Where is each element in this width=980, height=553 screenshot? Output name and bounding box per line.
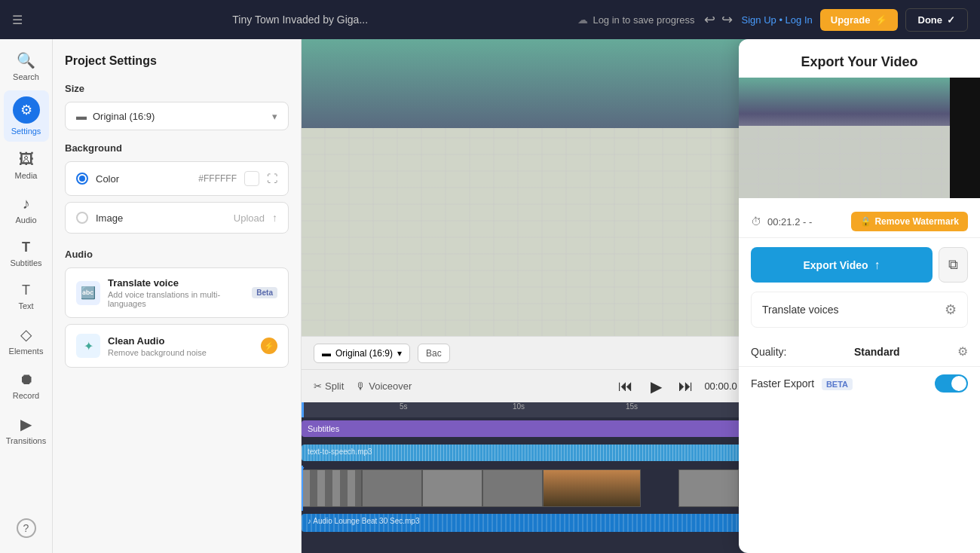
lightning-icon: ⚡ xyxy=(875,14,887,26)
current-time: 00:00.0 xyxy=(704,380,737,392)
audio-icon: ♪ xyxy=(23,195,30,212)
ruler-15s-label: 15s xyxy=(626,402,638,411)
beta-badge: Beta xyxy=(252,287,277,298)
color-label: Color xyxy=(96,173,191,185)
background-toolbar-label[interactable]: Bac xyxy=(418,344,450,363)
playhead xyxy=(302,466,303,511)
sidebar-record-label: Record xyxy=(13,391,39,400)
main-area: 🔍 Search ⚙ Settings 🖼 Media ♪ Audio T Su… xyxy=(0,39,980,553)
clean-audio-item[interactable]: ✦ Clean Audio Remove background noise ⚡ xyxy=(65,324,289,368)
signup-login-link[interactable]: Sign Up • Log In xyxy=(742,14,813,26)
clean-audio-upgrade-icon[interactable]: ⚡ xyxy=(261,338,277,354)
translate-voices-icon: ⚙ xyxy=(945,301,957,318)
color-radio[interactable] xyxy=(76,173,88,185)
sidebar-item-settings[interactable]: ⚙ Settings xyxy=(4,90,49,142)
clean-audio-icon: ✦ xyxy=(76,334,100,358)
copy-export-button[interactable]: ⧉ xyxy=(939,247,968,283)
video-thumb xyxy=(422,469,482,507)
image-radio[interactable] xyxy=(76,212,88,224)
translate-voice-icon: 🔤 xyxy=(76,281,100,305)
size-select[interactable]: ▬ Original (16:9) ▾ xyxy=(65,102,289,130)
chevron-down-icon: ▾ xyxy=(272,111,277,122)
upload-icon[interactable]: ↑ xyxy=(272,212,277,224)
translate-voice-item[interactable]: 🔤 Translate voice Add voice translations… xyxy=(65,267,289,318)
translate-voice-desc: Add voice translations in multi-language… xyxy=(108,290,244,308)
export-actions: Export Video ↑ ⧉ xyxy=(739,238,980,292)
elements-icon: ◇ xyxy=(20,325,32,344)
checkmark-icon: ✓ xyxy=(947,14,955,26)
text-icon: T xyxy=(22,283,30,298)
sidebar-item-transitions[interactable]: ▶ Transitions xyxy=(4,409,49,451)
done-button[interactable]: Done ✓ xyxy=(905,8,969,32)
waveform-icon: ✦ xyxy=(84,339,93,353)
translate-voices-row[interactable]: Translate voices ⚙ xyxy=(751,292,968,328)
help-icon: ? xyxy=(17,518,36,538)
fast-forward-button[interactable]: ⏭ xyxy=(674,374,698,399)
login-label[interactable]: Log In xyxy=(786,14,813,26)
translate-voice-text: Translate voice Add voice translations i… xyxy=(108,277,244,308)
sidebar-item-subtitles[interactable]: T Subtitles xyxy=(4,234,49,273)
export-video-label: Export Video xyxy=(803,259,868,271)
video-thumb xyxy=(302,469,362,507)
subtitles-icon: T xyxy=(22,240,30,255)
video-thumb-city xyxy=(543,469,641,507)
upgrade-button[interactable]: Upgrade ⚡ xyxy=(820,9,898,31)
center-column: ▬ Original (16:9) ▾ Bac ✂ Split 🎙 Voiceo… xyxy=(302,39,980,553)
sidebar-item-audio[interactable]: ♪ Audio xyxy=(4,189,49,231)
record-icon: ⏺ xyxy=(19,371,34,388)
video-thumb xyxy=(678,469,739,507)
upload-arrow-icon: ↑ xyxy=(874,258,880,272)
sidebar-item-help[interactable]: ? xyxy=(4,512,49,544)
audio-track-label: text-to-speech.mp3 xyxy=(308,448,372,456)
color-picker-icon[interactable]: ⛶ xyxy=(267,173,277,185)
video-thumb xyxy=(482,469,543,507)
remove-watermark-button[interactable]: 🔒 Remove Watermark xyxy=(851,212,968,231)
undo-redo-controls: ↩ ↪ xyxy=(704,11,733,28)
color-swatch[interactable] xyxy=(244,171,259,186)
voiceover-button[interactable]: 🎙 Voiceover xyxy=(356,380,412,392)
export-header: Export Your Video xyxy=(739,39,980,78)
thumb-greenhouse-overlay xyxy=(739,126,980,198)
faster-export-toggle[interactable] xyxy=(935,374,968,393)
redo-button[interactable]: ↪ xyxy=(721,11,733,28)
faster-export-row: Faster Export BETA xyxy=(739,367,980,400)
sidebar-item-media[interactable]: 🖼 Media xyxy=(4,145,49,186)
ruler-mark-10s: 10s xyxy=(513,402,525,417)
play-button[interactable]: ▶ xyxy=(644,374,668,399)
undo-button[interactable]: ↩ xyxy=(704,11,715,28)
sidebar-item-search[interactable]: 🔍 Search xyxy=(4,45,49,87)
translate-voice-title: Translate voice xyxy=(108,277,244,289)
ruler-5s-label: 5s xyxy=(400,402,408,411)
aspect-ratio-selector[interactable]: ▬ Original (16:9) ▾ xyxy=(314,344,410,363)
color-option[interactable]: Color #FFFFFF ⛶ xyxy=(65,161,289,196)
export-title: Export Your Video xyxy=(754,54,965,70)
split-button[interactable]: ✂ Split xyxy=(314,380,344,392)
aspect-chevron: ▾ xyxy=(397,348,402,359)
save-text: Log in to save progress xyxy=(593,14,694,26)
size-section-label: Size xyxy=(65,83,289,94)
sidebar-item-elements[interactable]: ◇ Elements xyxy=(4,319,49,362)
quality-settings-icon[interactable]: ⚙ xyxy=(957,344,968,359)
settings-icon: ⚙ xyxy=(20,102,32,118)
rewind-button[interactable]: ⏮ xyxy=(614,374,638,399)
background-section: Background Color #FFFFFF ⛶ Image Upload … xyxy=(65,142,289,234)
translate-voices-label: Translate voices xyxy=(762,304,937,316)
sidebar-item-text[interactable]: T Text xyxy=(4,276,49,316)
aspect-value: Original (16:9) xyxy=(335,348,393,359)
export-video-button[interactable]: Export Video ↑ xyxy=(751,247,933,283)
sidebar-icons: 🔍 Search ⚙ Settings 🖼 Media ♪ Audio T Su… xyxy=(0,39,53,553)
aspect-icon: ▬ xyxy=(322,348,331,359)
thumb-black-strip xyxy=(950,78,980,198)
sidebar-item-record[interactable]: ⏺ Record xyxy=(4,365,49,406)
video-thumb xyxy=(362,469,422,507)
signup-label[interactable]: Sign Up xyxy=(742,14,776,26)
audio-lounge-label: ♪ Audio Lounge Beat 30 Sec.mp3 xyxy=(308,517,419,525)
image-label: Image xyxy=(96,212,226,224)
dot-sep: • xyxy=(779,14,782,26)
menu-icon[interactable]: ☰ xyxy=(12,13,23,27)
image-option[interactable]: Image Upload ↑ xyxy=(65,202,289,234)
lock-icon: 🔒 xyxy=(860,216,871,227)
aspect-ratio-icon: ▬ xyxy=(76,110,87,122)
music-icon-small: ♪ xyxy=(308,517,311,525)
save-status: ☁ Log in to save progress xyxy=(577,14,694,26)
